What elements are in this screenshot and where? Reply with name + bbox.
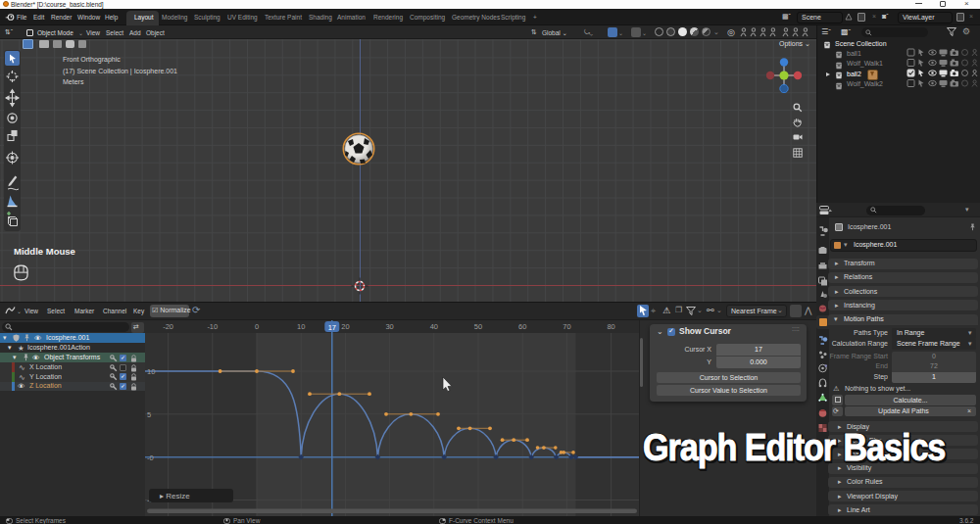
svg-text:▸ Resize: ▸ Resize xyxy=(160,492,190,500)
svg-text:10: 10 xyxy=(147,367,155,376)
svg-text:5: 5 xyxy=(147,410,151,419)
svg-text:80: 80 xyxy=(607,322,614,331)
svg-text:-20: -20 xyxy=(163,322,173,331)
svg-text:10: 10 xyxy=(297,322,305,331)
svg-text:50: 50 xyxy=(474,322,482,331)
svg-text:-0: -0 xyxy=(147,453,154,462)
svg-text:40: 40 xyxy=(430,322,438,331)
svg-text:70: 70 xyxy=(563,322,570,331)
svg-text:-10: -10 xyxy=(207,322,218,331)
svg-text:20: 20 xyxy=(341,322,349,331)
svg-text:30: 30 xyxy=(385,322,393,331)
svg-text:60: 60 xyxy=(518,322,526,331)
svg-text:0: 0 xyxy=(255,322,259,331)
svg-text:17: 17 xyxy=(328,323,336,332)
